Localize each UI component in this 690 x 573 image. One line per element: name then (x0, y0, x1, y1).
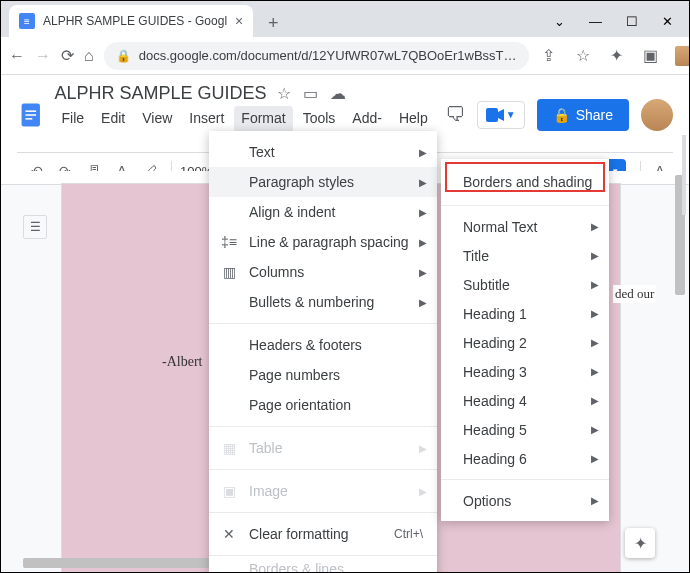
profile-avatar-icon[interactable] (675, 46, 690, 66)
submenu-item-normal-text[interactable]: Normal Text▶ (441, 212, 609, 241)
menu-item-image: ▣Image▶ (209, 476, 437, 506)
menu-item-bullets-numbering[interactable]: Bullets & numbering▶ (209, 287, 437, 317)
back-icon[interactable]: ← (9, 47, 25, 65)
svg-rect-3 (25, 118, 32, 120)
submenu-item-heading-3[interactable]: Heading 3▶ (441, 357, 609, 386)
format-menu-dropdown: Text▶ Paragraph styles▶ Align & indent▶ … (209, 131, 437, 573)
close-tab-icon[interactable]: × (235, 13, 243, 29)
lock-icon: 🔒 (553, 107, 570, 123)
menu-item-text[interactable]: Text▶ (209, 137, 437, 167)
submenu-item-heading-1[interactable]: Heading 1▶ (441, 299, 609, 328)
menu-item-page-orientation[interactable]: Page orientation (209, 390, 437, 420)
docs-favicon: ≡ (19, 13, 35, 29)
close-window-icon[interactable]: ✕ (662, 14, 673, 29)
comments-icon[interactable]: 🗨 (445, 103, 465, 126)
menu-item-line-spacing[interactable]: ‡≡Line & paragraph spacing▶ (209, 227, 437, 257)
tab-title: ALPHR SAMPLE GUIDES - Googl (43, 14, 227, 28)
table-icon: ▦ (219, 440, 239, 456)
lock-icon: 🔒 (116, 49, 131, 63)
browser-tab[interactable]: ≡ ALPHR SAMPLE GUIDES - Googl × (9, 5, 253, 37)
outline-toggle-icon[interactable]: ☰ (23, 215, 47, 239)
document-text-fragment: ded our (613, 285, 656, 303)
clear-format-icon: ✕ (219, 526, 239, 542)
menu-file[interactable]: File (55, 106, 92, 146)
menu-item-paragraph-styles[interactable]: Paragraph styles▶ (209, 167, 437, 197)
maximize-icon[interactable]: ☐ (626, 14, 638, 29)
submenu-item-heading-4[interactable]: Heading 4▶ (441, 386, 609, 415)
svg-rect-2 (25, 114, 36, 116)
submenu-item-title[interactable]: Title▶ (441, 241, 609, 270)
url-text: docs.google.com/document/d/12YUfWR07wL7Q… (139, 48, 517, 63)
menu-item-clear-formatting[interactable]: ✕Clear formattingCtrl+\ (209, 519, 437, 549)
submenu-item-borders-shading[interactable]: Borders and shading (441, 165, 609, 199)
menu-item-table: ▦Table▶ (209, 433, 437, 463)
submenu-item-heading-6[interactable]: Heading 6▶ (441, 444, 609, 473)
explore-button[interactable]: ✦ (625, 528, 655, 558)
svg-rect-1 (25, 110, 36, 112)
cloud-status-icon[interactable]: ☁ (330, 84, 346, 103)
extensions-icon[interactable]: ✦ (607, 46, 627, 65)
columns-icon: ▥ (219, 264, 239, 280)
share-button[interactable]: 🔒 Share (537, 99, 629, 131)
menu-item-borders-lines[interactable]: Borders & lines (209, 562, 437, 573)
share-label: Share (576, 107, 613, 123)
account-avatar[interactable] (641, 99, 673, 131)
forward-icon: → (35, 47, 51, 65)
meet-button[interactable]: ▼ (477, 101, 525, 129)
line-spacing-icon: ‡≡ (219, 234, 239, 250)
submenu-item-heading-2[interactable]: Heading 2▶ (441, 328, 609, 357)
submenu-item-heading-5[interactable]: Heading 5▶ (441, 415, 609, 444)
submenu-item-options[interactable]: Options▶ (441, 486, 609, 515)
docs-logo-icon[interactable] (17, 97, 45, 133)
browser-toolbar: ← → ⟳ ⌂ 🔒 docs.google.com/document/d/12Y… (1, 37, 689, 75)
move-icon[interactable]: ▭ (303, 84, 318, 103)
address-bar[interactable]: 🔒 docs.google.com/document/d/12YUfWR07wL… (104, 42, 529, 70)
new-tab-button[interactable]: + (259, 9, 287, 37)
reader-icon[interactable]: ▣ (641, 46, 661, 65)
reload-icon[interactable]: ⟳ (61, 46, 74, 65)
menu-item-headers-footers[interactable]: Headers & footers (209, 330, 437, 360)
document-title[interactable]: ALPHR SAMPLE GUIDES (55, 83, 267, 104)
image-icon: ▣ (219, 483, 239, 499)
menu-scrollbar[interactable] (679, 131, 689, 561)
document-text[interactable]: -Albert (162, 354, 202, 370)
bookmark-icon[interactable]: ☆ (573, 46, 593, 65)
submenu-item-subtitle[interactable]: Subtitle▶ (441, 270, 609, 299)
svg-rect-4 (486, 108, 498, 122)
star-icon[interactable]: ☆ (277, 84, 291, 103)
menu-edit[interactable]: Edit (94, 106, 132, 146)
menu-view[interactable]: View (135, 106, 179, 146)
browser-titlebar: ≡ ALPHR SAMPLE GUIDES - Googl × + ⌄ — ☐ … (1, 1, 689, 37)
chevron-down-icon[interactable]: ⌄ (554, 14, 565, 29)
window-controls: ⌄ — ☐ ✕ (538, 14, 689, 37)
minimize-icon[interactable]: — (589, 14, 602, 29)
paragraph-styles-submenu: Borders and shading Normal Text▶ Title▶ … (441, 159, 609, 521)
menu-item-align-indent[interactable]: Align & indent▶ (209, 197, 437, 227)
menu-item-page-numbers[interactable]: Page numbers (209, 360, 437, 390)
home-icon[interactable]: ⌂ (84, 47, 94, 65)
menu-item-columns[interactable]: ▥Columns▶ (209, 257, 437, 287)
share-url-icon[interactable]: ⇪ (539, 46, 559, 65)
